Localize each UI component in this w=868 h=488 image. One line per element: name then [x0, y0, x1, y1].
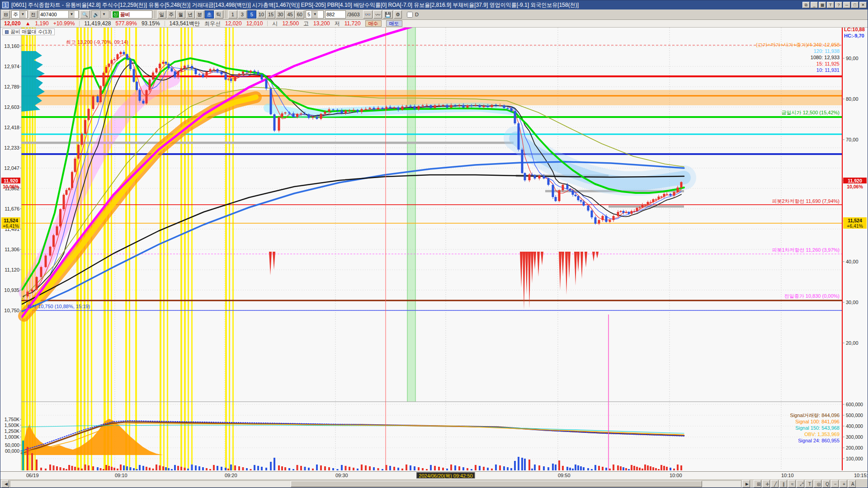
save-icon[interactable]: 💾 [383, 10, 393, 19]
always-on-top-icon[interactable]: T [827, 2, 834, 8]
stock-code-input[interactable] [39, 11, 68, 18]
minimize-panel-icon[interactable]: _ [811, 2, 818, 8]
volume-bar [401, 469, 403, 470]
maximize-icon[interactable]: □ [851, 2, 859, 8]
candle-body [479, 105, 481, 108]
grid-tool-icon[interactable]: ⊞ [754, 480, 761, 488]
candle-body [281, 113, 283, 117]
candle-body [177, 71, 179, 77]
volume-bar [602, 467, 604, 470]
volume-bar [479, 466, 481, 470]
period-button-년[interactable]: 년 [186, 10, 195, 19]
interval-button-15[interactable]: 15 [266, 10, 275, 19]
close-icon[interactable]: ✕ [859, 2, 867, 8]
text-tool-icon[interactable]: T [805, 480, 813, 488]
chart-scrollbar[interactable] [10, 480, 741, 488]
prev-stock-button[interactable]: 전 [29, 10, 38, 19]
scroll-right-button[interactable]: ▶ [742, 480, 750, 488]
period-button-주[interactable]: 주 [167, 10, 176, 19]
stock-name-box[interactable]: 신 꿈비 [111, 10, 152, 19]
period-button-초[interactable]: 초 [205, 10, 214, 19]
axis-label: 1,750K [5, 417, 19, 422]
period-button-월[interactable]: 월 [176, 10, 185, 19]
compare-icon[interactable]: 👓 [363, 10, 373, 19]
search-icon: 🔍 [82, 12, 88, 17]
volume-bar [198, 466, 200, 470]
volume-bar [434, 466, 436, 470]
candle-body [99, 86, 102, 103]
scroll-left-button[interactable]: ◀ [1, 480, 9, 488]
zoom-tool-icon[interactable]: Q [822, 480, 830, 488]
zoom-out-button[interactable]: − [831, 480, 839, 488]
search-button[interactable]: 🔍 [80, 10, 90, 19]
candle-body [152, 73, 154, 80]
candle-body [149, 80, 151, 90]
interval-combo[interactable]: 5▼ [306, 10, 324, 19]
layout-icon[interactable]: ▦ [819, 2, 826, 8]
zoom-in-button[interactable]: + [840, 480, 847, 488]
period-button-틱[interactable]: 틱 [214, 10, 223, 19]
help-icon[interactable]: ? [835, 2, 842, 8]
title-bar[interactable]: 1 [0601] 주식종합차트 - 유통비율[42.8] 주식수[12,259(… [0, 0, 868, 9]
buy-button[interactable]: 매수 [365, 20, 382, 27]
settings-gear-icon[interactable]: ⚙ [394, 10, 402, 19]
volume-bar [369, 466, 371, 470]
best-ask: 12,010 [246, 20, 263, 27]
interval-button-1[interactable]: 1 [228, 10, 237, 19]
interval-button-45[interactable]: 45 [285, 10, 294, 19]
candle-body [483, 106, 485, 107]
sound-combo[interactable]: 🔊▼ [91, 10, 109, 19]
volume-bar [246, 468, 248, 470]
volume-bar [609, 469, 611, 470]
candle-body [108, 64, 110, 67]
candle-body [246, 72, 248, 73]
time-label: 10:00 [670, 473, 682, 478]
sell-button[interactable]: 매도 [386, 20, 402, 27]
axis-label: 12,047 [4, 165, 19, 171]
stock-link-button[interactable]: ⊟ [2, 10, 10, 19]
wave-tool-icon[interactable]: ≈ [788, 480, 796, 488]
interval-button-5[interactable]: 5 [247, 10, 256, 19]
period-button-분[interactable]: 분 [195, 10, 204, 19]
axis-label: 1,500K [5, 422, 19, 428]
candle-body [658, 197, 660, 199]
chevron-down-icon[interactable]: ▼ [68, 11, 75, 18]
marker-tool-icon[interactable]: ◎ [814, 480, 821, 488]
trendline-tool-icon[interactable]: ╱ [771, 480, 778, 488]
auto-scale-button[interactable]: A [848, 480, 856, 488]
volume-bar [454, 465, 456, 470]
popout-icon[interactable]: ⧉ [802, 2, 810, 8]
period-button-일[interactable]: 일 [157, 10, 166, 19]
indicator-edit-icon[interactable]: 〰 [373, 10, 382, 19]
candle-body [328, 109, 330, 112]
ma-legend: (고가+저가+시가+종가)/4 240: 12,958 [756, 42, 840, 47]
interval-button-3[interactable]: 3 [238, 10, 247, 19]
chart-canvas[interactable]: 13,16012,97412,78912,60312,41812,23312,0… [0, 28, 868, 471]
d-toggle[interactable]: D [405, 10, 419, 19]
candle-body [458, 105, 461, 106]
candle-body [238, 74, 241, 76]
interval-button-60[interactable]: 60 [295, 10, 304, 19]
interval-button-30[interactable]: 30 [276, 10, 285, 19]
scrollbar-thumb[interactable] [291, 481, 702, 487]
market-combo[interactable]: 주▼ [11, 10, 28, 19]
market-combo-value: 주 [13, 11, 18, 18]
volume-bar [108, 466, 110, 470]
volume-bar [227, 469, 229, 470]
indicator-tab[interactable]: 꿈비 매물대 수(13) [2, 28, 55, 35]
volume-bar [365, 465, 367, 470]
d-checkbox[interactable] [407, 12, 413, 18]
parallel-lines-tool-icon[interactable]: ∥ [779, 480, 787, 488]
volume-bar [320, 465, 322, 470]
volume-bar [209, 469, 211, 470]
indicator-icon [5, 30, 9, 34]
expand-tool-icon[interactable]: ⤢ [797, 480, 804, 488]
interval-button-10[interactable]: 10 [257, 10, 266, 19]
volume-bar [475, 465, 476, 470]
candle-body [382, 108, 384, 109]
minimize-icon[interactable]: ─ [843, 2, 850, 8]
candle-body [655, 199, 657, 200]
crosshair-tool-icon[interactable]: ✛ [762, 480, 770, 488]
bar-count-input[interactable] [326, 11, 344, 18]
axis-label: 12,789 [4, 84, 19, 89]
